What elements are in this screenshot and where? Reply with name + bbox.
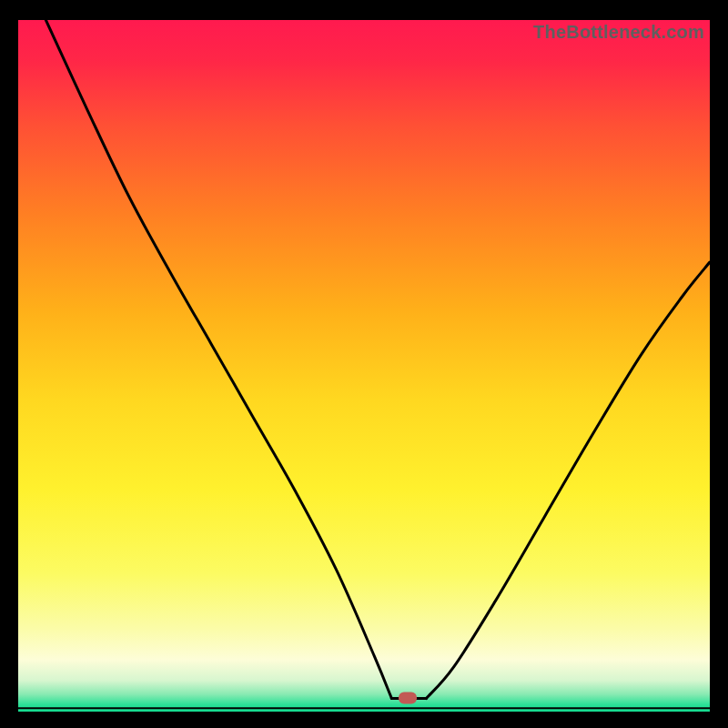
watermark-text: TheBottleneck.com — [533, 22, 704, 43]
optimum-marker — [399, 693, 417, 704]
gradient-background — [18, 20, 710, 712]
chart-frame: TheBottleneck.com — [18, 20, 710, 712]
bottleneck-chart — [18, 20, 710, 712]
